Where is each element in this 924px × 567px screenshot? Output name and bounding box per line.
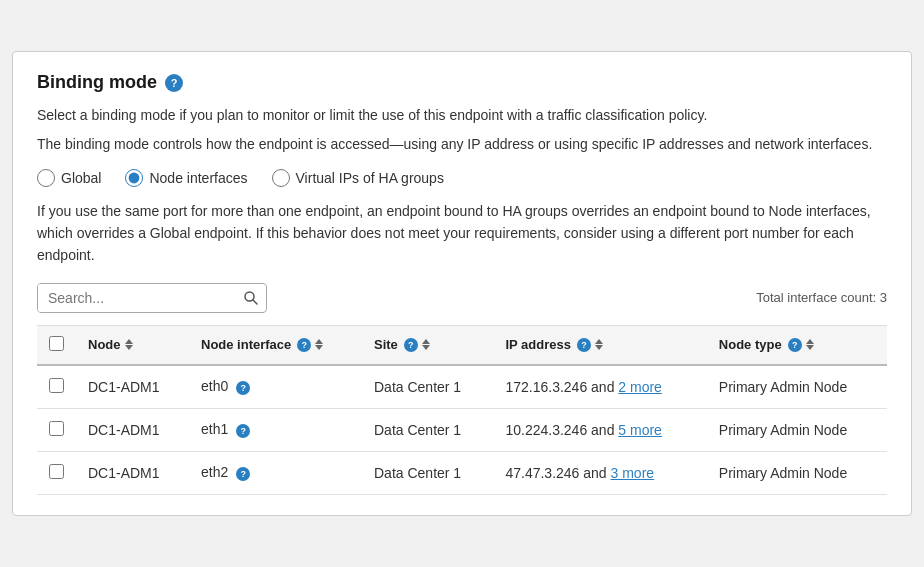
- radio-virtual-ips-input[interactable]: [272, 169, 290, 187]
- row-ip-address: 10.224.3.246 and 5 more: [493, 408, 706, 451]
- row-checkbox-cell: [37, 451, 76, 494]
- sort-ip-icon[interactable]: [595, 339, 603, 350]
- table-header-row: Node Node interface ?: [37, 325, 887, 365]
- row-node-interface: eth1 ?: [189, 408, 362, 451]
- sort-node-interface-icon[interactable]: [315, 339, 323, 350]
- select-all-checkbox[interactable]: [49, 336, 64, 351]
- table-row: DC1-ADM1 eth2 ? Data Center 1 47.47.3.24…: [37, 451, 887, 494]
- radio-global-input[interactable]: [37, 169, 55, 187]
- table-row: DC1-ADM1 eth1 ? Data Center 1 10.224.3.2…: [37, 408, 887, 451]
- radio-node-interfaces-label: Node interfaces: [149, 170, 247, 186]
- row-node-type: Primary Admin Node: [707, 451, 887, 494]
- table-body: DC1-ADM1 eth0 ? Data Center 1 172.16.3.2…: [37, 365, 887, 495]
- radio-virtual-ips[interactable]: Virtual IPs of HA groups: [272, 169, 444, 187]
- header-node-interface: Node interface ?: [189, 325, 362, 365]
- binding-mode-card: Binding mode ? Select a binding mode if …: [12, 51, 912, 515]
- row-site: Data Center 1: [362, 365, 493, 409]
- row-checkbox-1[interactable]: [49, 421, 64, 436]
- interface-help-icon[interactable]: ?: [236, 424, 250, 438]
- radio-global-label: Global: [61, 170, 101, 186]
- row-node: DC1-ADM1: [76, 365, 189, 409]
- ip-address-help-icon[interactable]: ?: [577, 338, 591, 352]
- row-node: DC1-ADM1: [76, 408, 189, 451]
- title-help-icon[interactable]: ?: [165, 74, 183, 92]
- table-row: DC1-ADM1 eth0 ? Data Center 1 172.16.3.2…: [37, 365, 887, 409]
- row-checkbox-0[interactable]: [49, 378, 64, 393]
- header-node: Node: [76, 325, 189, 365]
- radio-global[interactable]: Global: [37, 169, 101, 187]
- interfaces-table: Node Node interface ?: [37, 325, 887, 495]
- search-row: Total interface count: 3: [37, 283, 887, 313]
- row-node-type: Primary Admin Node: [707, 408, 887, 451]
- interface-help-icon[interactable]: ?: [236, 467, 250, 481]
- site-help-icon[interactable]: ?: [404, 338, 418, 352]
- row-site: Data Center 1: [362, 451, 493, 494]
- title-row: Binding mode ?: [37, 72, 887, 93]
- svg-line-1: [253, 300, 257, 304]
- total-count: Total interface count: 3: [756, 290, 887, 305]
- node-interface-help-icon[interactable]: ?: [297, 338, 311, 352]
- header-ip-address: IP address ?: [493, 325, 706, 365]
- row-node-type: Primary Admin Node: [707, 365, 887, 409]
- row-node-interface: eth0 ?: [189, 365, 362, 409]
- search-icon: [243, 290, 259, 306]
- row-node-interface: eth2 ?: [189, 451, 362, 494]
- search-input[interactable]: [38, 284, 233, 312]
- row-site: Data Center 1: [362, 408, 493, 451]
- ip-more-link[interactable]: 5 more: [618, 422, 662, 438]
- sort-node-type-icon[interactable]: [806, 339, 814, 350]
- radio-virtual-ips-label: Virtual IPs of HA groups: [296, 170, 444, 186]
- search-wrap: [37, 283, 267, 313]
- info-text: If you use the same port for more than o…: [37, 201, 887, 266]
- interface-help-icon[interactable]: ?: [236, 381, 250, 395]
- header-site: Site ?: [362, 325, 493, 365]
- sort-site-icon[interactable]: [422, 339, 430, 350]
- radio-node-interfaces-input[interactable]: [125, 169, 143, 187]
- row-checkbox-cell: [37, 365, 76, 409]
- row-ip-address: 172.16.3.246 and 2 more: [493, 365, 706, 409]
- header-checkbox-cell: [37, 325, 76, 365]
- binding-mode-radio-group: Global Node interfaces Virtual IPs of HA…: [37, 169, 887, 187]
- row-checkbox-cell: [37, 408, 76, 451]
- header-node-type: Node type ?: [707, 325, 887, 365]
- ip-more-link[interactable]: 2 more: [618, 379, 662, 395]
- row-checkbox-2[interactable]: [49, 464, 64, 479]
- node-type-help-icon[interactable]: ?: [788, 338, 802, 352]
- search-button[interactable]: [233, 284, 267, 312]
- description-1: Select a binding mode if you plan to mon…: [37, 105, 887, 126]
- ip-more-link[interactable]: 3 more: [611, 465, 655, 481]
- page-title: Binding mode: [37, 72, 157, 93]
- description-2: The binding mode controls how the endpoi…: [37, 134, 887, 155]
- radio-node-interfaces[interactable]: Node interfaces: [125, 169, 247, 187]
- row-node: DC1-ADM1: [76, 451, 189, 494]
- sort-node-icon[interactable]: [125, 339, 133, 350]
- row-ip-address: 47.47.3.246 and 3 more: [493, 451, 706, 494]
